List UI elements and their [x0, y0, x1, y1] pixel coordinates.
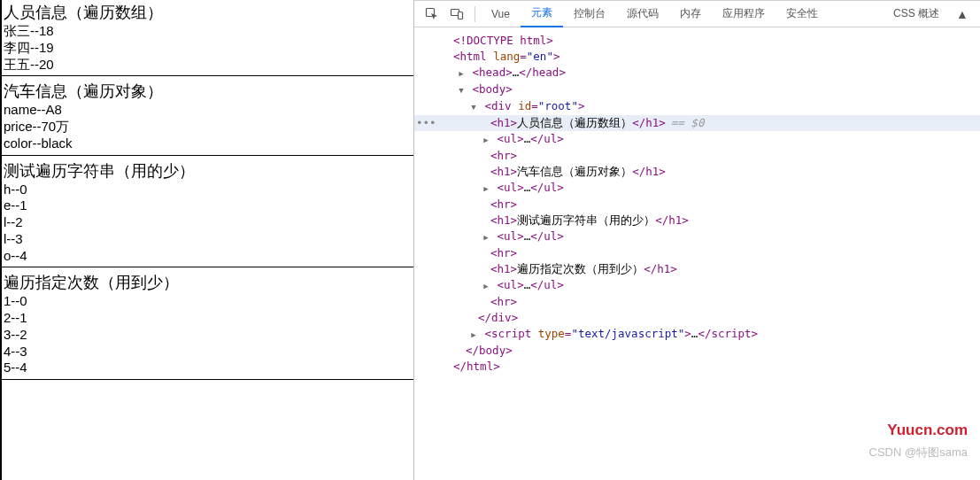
rendered-page: 人员信息（遍历数组） 张三--18 李四--19 王五--20 汽车信息（遍历对…	[0, 0, 414, 480]
section-title-string: 测试遍历字符串（用的少）	[2, 159, 413, 182]
list-item: 张三--18	[2, 23, 413, 40]
list-item: 4--3	[2, 344, 413, 360]
tree-node-html[interactable]: <html lang="en">	[432, 49, 980, 65]
tree-node-ul[interactable]: ▶ <ul>…</ul>	[432, 228, 980, 245]
watermark-author: CSDN @特图sama	[869, 445, 968, 461]
tree-node-hr[interactable]: <hr>	[432, 148, 980, 164]
svg-rect-2	[459, 12, 463, 19]
list-item: price--70万	[2, 119, 413, 135]
section-title-count: 遍历指定次数（用到少）	[2, 270, 413, 293]
tree-node-ul[interactable]: ▶ <ul>…</ul>	[432, 131, 980, 148]
list-item: 1--0	[2, 293, 413, 310]
more-icon[interactable]: •••	[416, 115, 436, 131]
tree-node-body[interactable]: ▼ <body>	[432, 81, 980, 98]
tree-node-ul[interactable]: ▶ <ul>…</ul>	[432, 180, 980, 197]
tree-node-body-close[interactable]: </body>	[432, 343, 980, 359]
list-item: 王五--20	[2, 57, 413, 74]
tab-console[interactable]: 控制台	[563, 1, 616, 27]
devtools-panel: Vue 元素 控制台 源代码 内存 应用程序 安全性 CSS 概述 ▲ <!DO…	[414, 0, 980, 480]
tree-node-ul[interactable]: ▶ <ul>…</ul>	[432, 277, 980, 294]
tab-memory[interactable]: 内存	[669, 1, 712, 27]
watermark-logo: Yuucn.com	[887, 422, 968, 439]
divider	[2, 379, 413, 380]
list-item: l--2	[2, 214, 413, 231]
list-item: l--3	[2, 231, 413, 248]
dom-tree[interactable]: <!DOCTYPE html> <html lang="en"> ▶ <head…	[414, 27, 980, 480]
list-item: h--0	[2, 182, 413, 198]
list-item: 3--2	[2, 327, 413, 344]
tree-node-hr[interactable]: <hr>	[432, 294, 980, 310]
tree-node-h1[interactable]: <h1>遍历指定次数（用到少）</h1>	[432, 261, 980, 277]
tree-node-h1[interactable]: <h1>测试遍历字符串（用的少）</h1>	[432, 213, 980, 228]
list-item: 5--4	[2, 360, 413, 376]
section-title-cars: 汽车信息（遍历对象）	[2, 79, 413, 102]
device-toggle-icon[interactable]	[444, 2, 469, 27]
section-title-persons: 人员信息（遍历数组）	[2, 0, 413, 23]
tree-node-hr[interactable]: <hr>	[432, 245, 980, 261]
tree-node-doctype[interactable]: <!DOCTYPE html>	[432, 33, 980, 49]
tab-css-overview[interactable]: CSS 概述	[883, 1, 950, 27]
inspect-icon[interactable]	[420, 2, 444, 27]
list-item: o--4	[2, 248, 413, 265]
tree-node-script[interactable]: ▶ <script type="text/javascript">…</scri…	[432, 326, 980, 343]
devtools-tabbar: Vue 元素 控制台 源代码 内存 应用程序 安全性 CSS 概述 ▲	[414, 1, 980, 27]
list-item: 李四--19	[2, 40, 413, 57]
tree-node-head[interactable]: ▶ <head>…</head>	[432, 65, 980, 81]
list-item: 2--1	[2, 310, 413, 327]
tab-application[interactable]: 应用程序	[712, 1, 776, 27]
list-item: name--A8	[2, 102, 413, 119]
tree-node-div-close[interactable]: </div>	[432, 310, 980, 326]
tab-elements[interactable]: 元素	[521, 1, 563, 27]
divider	[2, 75, 413, 76]
tab-security[interactable]: 安全性	[776, 1, 829, 27]
expand-icon[interactable]: ▲	[950, 2, 975, 27]
tree-node-div-root[interactable]: ▼ <div id="root">	[432, 98, 980, 115]
tab-sources[interactable]: 源代码	[616, 1, 669, 27]
divider	[2, 267, 413, 267]
divider	[2, 155, 413, 156]
list-item: e--1	[2, 197, 413, 214]
tree-node-html-close[interactable]: </html>	[432, 359, 980, 375]
tree-node-hr[interactable]: <hr>	[432, 197, 980, 213]
tree-node-h1[interactable]: <h1>汽车信息（遍历对象）</h1>	[432, 164, 980, 180]
separator	[475, 6, 475, 22]
tab-vue[interactable]: Vue	[481, 1, 521, 27]
list-item: color--black	[2, 135, 413, 152]
tree-node-selected[interactable]: ••• <h1>人员信息（遍历数组）</h1>== $0	[414, 115, 980, 131]
